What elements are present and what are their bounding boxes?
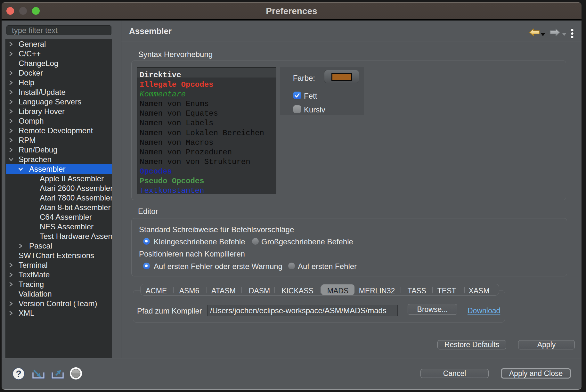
svg-text:?: ? [16, 369, 21, 379]
